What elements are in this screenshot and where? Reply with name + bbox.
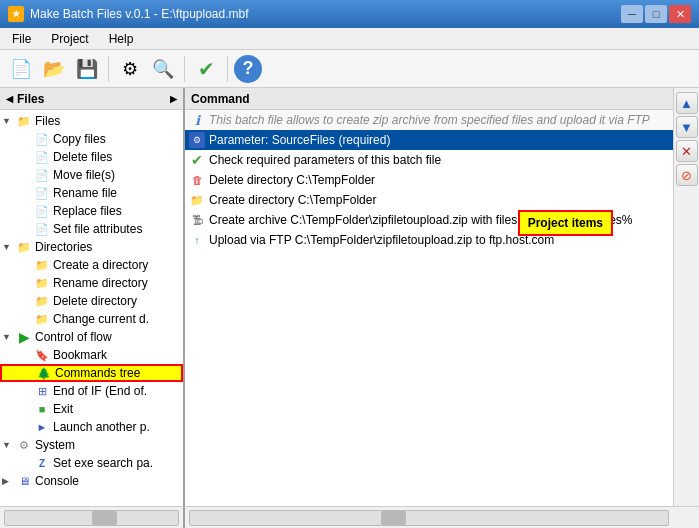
left-scrollbar[interactable] <box>4 510 179 526</box>
label-rename-file: Rename file <box>53 186 117 200</box>
cmd-row-create-dir[interactable]: 📁 Create directory C:\TempFolder <box>185 190 673 210</box>
left-panel-toggle[interactable]: ◀ <box>6 94 13 104</box>
tree-item-set-attributes[interactable]: 📄 Set file attributes <box>0 220 183 238</box>
save-button[interactable]: 💾 <box>72 54 102 84</box>
label-launch: Launch another p. <box>53 420 150 434</box>
label-commands-tree: Commands tree <box>55 366 140 380</box>
down-button[interactable]: ▼ <box>676 116 698 138</box>
right-panel-header: Command <box>185 88 673 110</box>
menu-help[interactable]: Help <box>101 30 142 48</box>
label-bookmark: Bookmark <box>53 348 107 362</box>
title-bar-left: ★ Make Batch Files v.0.1 - E:\ftpupload.… <box>8 6 249 22</box>
tree-section-directories[interactable]: ▼ 📁 Directories <box>0 238 183 256</box>
right-panel: Command ℹ This batch file allows to crea… <box>185 88 673 506</box>
label-delete-files: Delete files <box>53 150 112 164</box>
tree-item-copy-files[interactable]: 📄 Copy files <box>0 130 183 148</box>
bottom-panels <box>0 506 699 528</box>
up-button[interactable]: ▲ <box>676 92 698 114</box>
dir-icon-create: 📁 <box>34 257 50 273</box>
label-rename-dir: Rename directory <box>53 276 148 290</box>
help-button[interactable]: ? <box>234 55 262 83</box>
toggle-console[interactable]: ▶ <box>2 476 16 486</box>
toolbar-separator-2 <box>184 56 185 82</box>
toggle-system[interactable]: ▼ <box>2 440 16 450</box>
tree-section-control[interactable]: ▼ ▶ Control of flow <box>0 328 183 346</box>
tree-item-move-files[interactable]: 📄 Move file(s) <box>0 166 183 184</box>
right-panel-content[interactable]: ℹ This batch file allows to create zip a… <box>185 110 673 506</box>
cmd-row-parameter[interactable]: ⚙ Parameter: SourceFiles (required) <box>185 130 673 150</box>
right-scrollbar-thumb[interactable] <box>381 511 406 525</box>
menu-project[interactable]: Project <box>43 30 96 48</box>
cmd-text-ftp-upload: Upload via FTP C:\TempFolder\zipfiletoup… <box>209 233 554 247</box>
left-panel-content[interactable]: ▼ 📁 Files 📄 Copy files 📄 Delete files 📄 … <box>0 110 183 506</box>
tree-item-exit[interactable]: ■ Exit <box>0 400 183 418</box>
tree-item-end-if[interactable]: ⊞ End of IF (End of. <box>0 382 183 400</box>
file-icon-delete: 📄 <box>34 149 50 165</box>
launch-icon: ► <box>34 419 50 435</box>
check-icon: ✔ <box>189 152 205 168</box>
file-icon-replace: 📄 <box>34 203 50 219</box>
search-button[interactable]: 🔍 <box>148 54 178 84</box>
title-bar: ★ Make Batch Files v.0.1 - E:\ftpupload.… <box>0 0 699 28</box>
label-end-if: End of IF (End of. <box>53 384 147 398</box>
cmd-row-description[interactable]: ℹ This batch file allows to create zip a… <box>185 110 673 130</box>
tree-item-rename-file[interactable]: 📄 Rename file <box>0 184 183 202</box>
tree-item-change-dir[interactable]: 📁 Change current d. <box>0 310 183 328</box>
delete-dir-icon: 🗑 <box>189 172 205 188</box>
app-icon: ★ <box>8 6 24 22</box>
console-icon: 🖥 <box>16 473 32 489</box>
cmd-text-delete-dir: Delete directory C:\TempFolder <box>209 173 375 187</box>
right-buttons-panel: ▲ ▼ ✕ ⊘ <box>673 88 699 506</box>
tree-item-commands-tree[interactable]: 🌲 Commands tree <box>0 364 183 382</box>
left-panel-header: ◀ Files ▶ <box>0 88 183 110</box>
toggle-directories[interactable]: ▼ <box>2 242 16 252</box>
toggle-copy <box>20 134 34 144</box>
toggle-control[interactable]: ▼ <box>2 332 16 342</box>
cmd-row-check[interactable]: ✔ Check required parameters of this batc… <box>185 150 673 170</box>
info-icon: ℹ <box>189 112 205 128</box>
file-icon-attributes: 📄 <box>34 221 50 237</box>
stop-button[interactable]: ⊘ <box>676 164 698 186</box>
minimize-button[interactable]: ─ <box>621 5 643 23</box>
label-delete-dir: Delete directory <box>53 294 137 308</box>
bottom-right-scroll[interactable] <box>185 507 673 528</box>
open-button[interactable]: 📂 <box>39 54 69 84</box>
tree-item-replace-files[interactable]: 📄 Replace files <box>0 202 183 220</box>
new-button[interactable]: 📄 <box>6 54 36 84</box>
tree-section-files[interactable]: ▼ 📁 Files <box>0 112 183 130</box>
dir-icon-change: 📁 <box>34 311 50 327</box>
label-replace-files: Replace files <box>53 204 122 218</box>
left-panel: ◀ Files ▶ ▼ 📁 Files 📄 Copy files 📄 Delet… <box>0 88 185 506</box>
close-button[interactable]: ✕ <box>669 5 691 23</box>
tree-item-create-dir[interactable]: 📁 Create a directory <box>0 256 183 274</box>
tree-section-console[interactable]: ▶ 🖥 Console <box>0 472 183 490</box>
tree-item-rename-dir[interactable]: 📁 Rename directory <box>0 274 183 292</box>
delete-button[interactable]: ✕ <box>676 140 698 162</box>
tree-section-system[interactable]: ▼ ⚙ System <box>0 436 183 454</box>
main-area: ◀ Files ▶ ▼ 📁 Files 📄 Copy files 📄 Delet… <box>0 88 699 506</box>
cmd-text-check: Check required parameters of this batch … <box>209 153 441 167</box>
left-scrollbar-thumb[interactable] <box>92 511 117 525</box>
settings-button[interactable]: ⚙ <box>115 54 145 84</box>
menu-file[interactable]: File <box>4 30 39 48</box>
tree-item-delete-dir[interactable]: 📁 Delete directory <box>0 292 183 310</box>
tree-item-bookmark[interactable]: 🔖 Bookmark <box>0 346 183 364</box>
dir-icon-rename: 📁 <box>34 275 50 291</box>
bottom-left-scroll[interactable] <box>0 507 185 528</box>
menu-bar: File Project Help <box>0 28 699 50</box>
right-scrollbar[interactable] <box>189 510 669 526</box>
cmd-row-delete-dir[interactable]: 🗑 Delete directory C:\TempFolder <box>185 170 673 190</box>
create-dir-icon: 📁 <box>189 192 205 208</box>
tree-item-delete-files[interactable]: 📄 Delete files <box>0 148 183 166</box>
check-button[interactable]: ✔ <box>191 54 221 84</box>
folder-directories-icon: 📁 <box>16 239 32 255</box>
left-panel-expand[interactable]: ▶ <box>170 94 177 104</box>
toggle-files[interactable]: ▼ <box>2 116 16 126</box>
tree-item-set-exe[interactable]: Z Set exe search pa. <box>0 454 183 472</box>
left-panel-title: Files <box>17 92 44 106</box>
tree-item-launch[interactable]: ► Launch another p. <box>0 418 183 436</box>
window-controls[interactable]: ─ □ ✕ <box>621 5 691 23</box>
commands-tree-icon: 🌲 <box>36 365 52 381</box>
bookmark-icon: 🔖 <box>34 347 50 363</box>
maximize-button[interactable]: □ <box>645 5 667 23</box>
